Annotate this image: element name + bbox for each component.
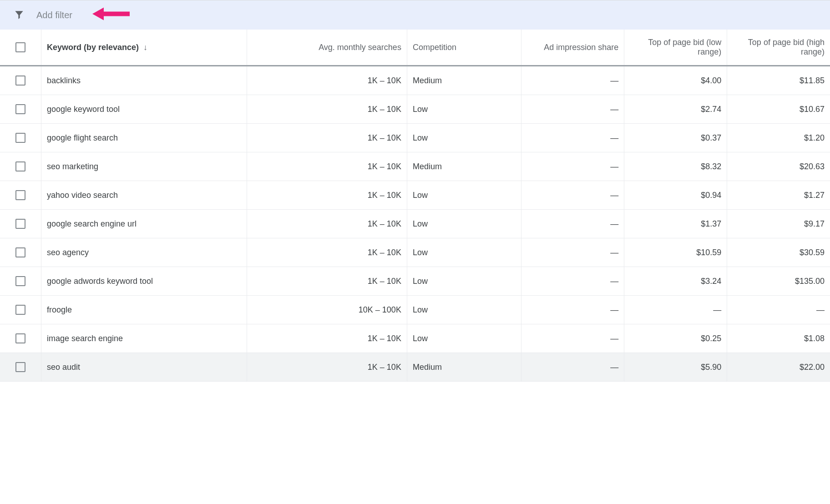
select-all-checkbox[interactable] (15, 42, 25, 52)
searches-cell: 1K – 10K (247, 238, 407, 267)
bid-low-cell: $3.24 (624, 267, 727, 296)
column-header-competition[interactable]: Competition (407, 30, 521, 66)
bid-high-cell: $22.00 (727, 353, 830, 382)
competition-cell: Low (407, 324, 521, 353)
competition-cell: Medium (407, 66, 521, 95)
row-checkbox[interactable] (15, 247, 25, 257)
impression-cell: — (521, 210, 624, 238)
column-header-keyword[interactable]: Keyword (by relevance) ↓ (41, 30, 247, 66)
row-checkbox[interactable] (15, 276, 25, 286)
bid-low-cell: $4.00 (624, 66, 727, 95)
filter-icon[interactable] (13, 9, 25, 21)
bid-low-cell: — (624, 296, 727, 324)
competition-cell: Low (407, 238, 521, 267)
keyword-cell: seo agency (41, 238, 247, 267)
competition-cell: Low (407, 267, 521, 296)
searches-cell: 1K – 10K (247, 95, 407, 124)
sort-descending-icon: ↓ (143, 43, 147, 52)
row-checkbox-cell (0, 181, 41, 210)
filter-bar: Add filter (0, 0, 830, 30)
searches-cell: 10K – 100K (247, 296, 407, 324)
impression-cell: — (521, 152, 624, 181)
table-row: google adwords keyword tool1K – 10KLow—$… (0, 267, 830, 296)
table-row: yahoo video search1K – 10KLow—$0.94$1.27 (0, 181, 830, 210)
table-row: seo marketing1K – 10KMedium—$8.32$20.63 (0, 152, 830, 181)
bid-low-cell: $0.37 (624, 124, 727, 152)
row-checkbox[interactable] (15, 190, 25, 200)
bid-low-cell: $0.25 (624, 324, 727, 353)
bid-high-cell: $1.27 (727, 181, 830, 210)
table-row: backlinks1K – 10KMedium—$4.00$11.85 (0, 66, 830, 95)
row-checkbox[interactable] (15, 76, 25, 86)
keyword-cell: google adwords keyword tool (41, 267, 247, 296)
competition-cell: Medium (407, 152, 521, 181)
row-checkbox-cell (0, 296, 41, 324)
searches-cell: 1K – 10K (247, 353, 407, 382)
bid-high-cell: $1.20 (727, 124, 830, 152)
keyword-cell: google flight search (41, 124, 247, 152)
bid-low-cell: $5.90 (624, 353, 727, 382)
keyword-cell: froogle (41, 296, 247, 324)
keyword-cell: google search engine url (41, 210, 247, 238)
row-checkbox-cell (0, 66, 41, 95)
select-all-header (0, 30, 41, 66)
impression-cell: — (521, 95, 624, 124)
competition-cell: Low (407, 124, 521, 152)
row-checkbox[interactable] (15, 104, 25, 114)
row-checkbox-cell (0, 324, 41, 353)
row-checkbox[interactable] (15, 305, 25, 315)
row-checkbox[interactable] (15, 161, 25, 171)
bid-high-cell: $20.63 (727, 152, 830, 181)
keyword-cell: google keyword tool (41, 95, 247, 124)
bid-high-cell: $11.85 (727, 66, 830, 95)
column-header-bid-low[interactable]: Top of page bid (low range) (624, 30, 727, 66)
competition-cell: Low (407, 181, 521, 210)
bid-high-cell: $135.00 (727, 267, 830, 296)
bid-high-cell: $1.08 (727, 324, 830, 353)
table-header-row: Keyword (by relevance) ↓ Avg. monthly se… (0, 30, 830, 66)
row-checkbox[interactable] (15, 133, 25, 143)
row-checkbox-cell (0, 95, 41, 124)
competition-cell: Medium (407, 353, 521, 382)
keyword-cell: seo audit (41, 353, 247, 382)
bid-low-cell: $2.74 (624, 95, 727, 124)
row-checkbox-cell (0, 267, 41, 296)
row-checkbox-cell (0, 124, 41, 152)
bid-high-cell: $9.17 (727, 210, 830, 238)
bid-low-cell: $0.94 (624, 181, 727, 210)
competition-cell: Low (407, 95, 521, 124)
impression-cell: — (521, 324, 624, 353)
impression-cell: — (521, 238, 624, 267)
table-row: seo agency1K – 10KLow—$10.59$30.59 (0, 238, 830, 267)
keyword-cell: backlinks (41, 66, 247, 95)
searches-cell: 1K – 10K (247, 124, 407, 152)
impression-cell: — (521, 296, 624, 324)
table-row: seo audit1K – 10KMedium—$5.90$22.00 (0, 353, 830, 382)
keyword-cell: seo marketing (41, 152, 247, 181)
add-filter-input[interactable]: Add filter (36, 10, 72, 20)
column-header-impression[interactable]: Ad impression share (521, 30, 624, 66)
impression-cell: — (521, 124, 624, 152)
table-row: image search engine1K – 10KLow—$0.25$1.0… (0, 324, 830, 353)
column-header-bid-high[interactable]: Top of page bid (high range) (727, 30, 830, 66)
searches-cell: 1K – 10K (247, 152, 407, 181)
searches-cell: 1K – 10K (247, 324, 407, 353)
bid-high-cell: $10.67 (727, 95, 830, 124)
searches-cell: 1K – 10K (247, 181, 407, 210)
bid-low-cell: $10.59 (624, 238, 727, 267)
keyword-cell: yahoo video search (41, 181, 247, 210)
table-row: google keyword tool1K – 10KLow—$2.74$10.… (0, 95, 830, 124)
row-checkbox-cell (0, 353, 41, 382)
impression-cell: — (521, 267, 624, 296)
row-checkbox[interactable] (15, 219, 25, 229)
column-header-searches[interactable]: Avg. monthly searches (247, 30, 407, 66)
row-checkbox-cell (0, 238, 41, 267)
annotation-arrow-icon (91, 3, 132, 27)
impression-cell: — (521, 181, 624, 210)
table-row: google search engine url1K – 10KLow—$1.3… (0, 210, 830, 238)
table-row: google flight search1K – 10KLow—$0.37$1.… (0, 124, 830, 152)
bid-high-cell: $30.59 (727, 238, 830, 267)
row-checkbox[interactable] (15, 333, 25, 343)
keyword-table: Keyword (by relevance) ↓ Avg. monthly se… (0, 30, 830, 382)
row-checkbox[interactable] (15, 362, 25, 372)
